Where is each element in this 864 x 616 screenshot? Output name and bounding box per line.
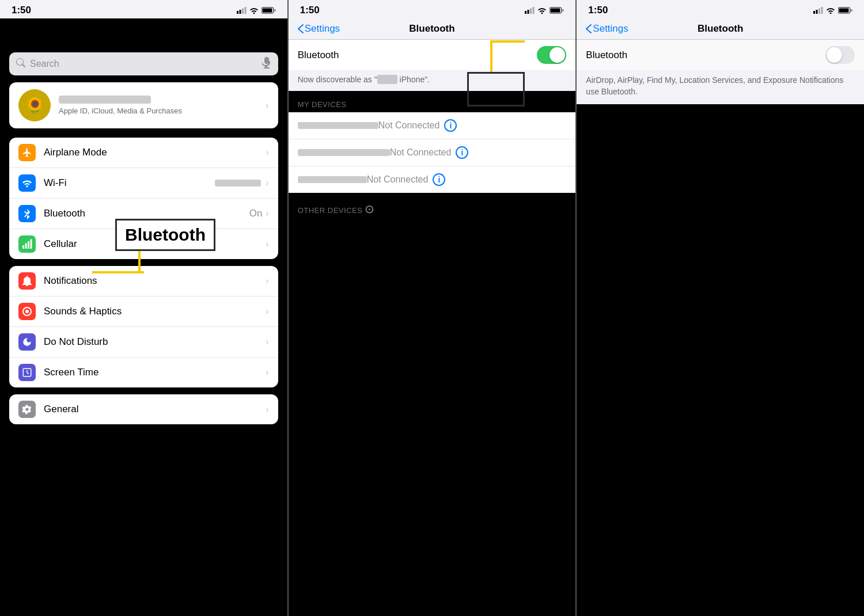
device-info-btn-3[interactable]: i (433, 173, 445, 186)
bluetooth-off-panel: 1:50 Settings Bluetooth Bluetooth AirDro… (577, 0, 864, 616)
status-icons-2 (525, 7, 564, 14)
settings-panel: 1:50 Settings Search 🌻 Apple ID, iCloud,… (0, 0, 289, 616)
svg-rect-15 (528, 10, 529, 14)
svg-rect-10 (31, 239, 32, 249)
bluetooth-label: Bluetooth (44, 208, 249, 219)
device-row-3[interactable]: Not Connected i (289, 166, 576, 193)
svg-rect-17 (533, 7, 535, 14)
device-status-3: Not Connected (367, 174, 429, 185)
donotdisturb-label: Do Not Disturb (44, 336, 266, 348)
connectivity-group: Airplane Mode › Wi-Fi › Bluetooth On › (9, 138, 278, 259)
svg-rect-27 (851, 9, 852, 12)
device-name-2 (298, 149, 390, 156)
general-chevron: › (266, 404, 268, 415)
search-bar[interactable]: Search (9, 52, 278, 75)
general-icon (18, 401, 36, 418)
svg-rect-3 (244, 7, 246, 14)
discoverable-pre: Now discoverable as " (298, 75, 377, 84)
screentime-row[interactable]: Screen Time › (9, 358, 278, 387)
notifications-label: Notifications (44, 275, 266, 287)
home-bar-2 (395, 228, 469, 231)
bluetooth-toggle-off[interactable] (825, 46, 855, 64)
signal-icon-2 (525, 7, 535, 14)
discoverable-post: iPhone". (397, 75, 430, 84)
cellular-chevron: › (266, 239, 268, 249)
donotdisturb-row[interactable]: Do Not Disturb › (9, 327, 278, 358)
cellular-row[interactable]: Cellular › (9, 229, 278, 259)
discoverable-text: Now discoverable as " iPhone". (289, 70, 576, 91)
notifications-chevron: › (266, 276, 268, 286)
general-row[interactable]: General › (9, 394, 278, 424)
battery-icon-3 (838, 7, 852, 14)
back-button-3[interactable]: Settings (586, 23, 628, 35)
bluetooth-row[interactable]: Bluetooth On › (9, 199, 278, 229)
svg-rect-9 (28, 241, 29, 249)
signal-icon-3 (813, 7, 823, 14)
status-time-1: 1:50 (12, 5, 31, 16)
avatar: 🌻 (18, 89, 51, 121)
spinner-icon: ⊙ (365, 202, 375, 216)
device-info-btn-2[interactable]: i (456, 146, 468, 159)
svg-rect-23 (818, 9, 820, 14)
home-bar-3 (683, 605, 758, 608)
settings-title: Settings (0, 18, 287, 50)
status-icons-3 (813, 7, 852, 14)
bluetooth-toggle-row[interactable]: Bluetooth (289, 40, 576, 70)
airplane-chevron: › (266, 147, 268, 158)
svg-rect-20 (562, 9, 564, 12)
airplane-icon (18, 144, 36, 161)
svg-rect-19 (551, 9, 560, 13)
svg-rect-0 (237, 11, 238, 14)
bluetooth-icon (18, 205, 36, 222)
back-button-2[interactable]: Settings (298, 23, 340, 35)
profile-row[interactable]: 🌻 Apple ID, iCloud, Media & Purchases › (9, 82, 278, 128)
svg-rect-6 (274, 9, 276, 12)
status-time-3: 1:50 (588, 5, 608, 16)
general-group: General › (9, 394, 278, 424)
device-name-1 (298, 122, 378, 129)
donotdisturb-icon (18, 333, 36, 351)
svg-rect-5 (262, 9, 272, 13)
other-devices-text: OTHER DEVICES (298, 206, 363, 215)
wifi-icon (249, 7, 259, 14)
wifi-row[interactable]: Wi-Fi › (9, 168, 278, 199)
bt-off-description: AirDrop, AirPlay, Find My, Location Serv… (577, 70, 864, 104)
device-status-1: Not Connected (378, 120, 440, 131)
sounds-icon (18, 303, 36, 320)
airplane-mode-row[interactable]: Airplane Mode › (9, 138, 278, 168)
search-placeholder: Search (30, 59, 257, 69)
profile-chevron: › (266, 100, 269, 112)
toggle-knob-off (827, 47, 842, 63)
status-time-2: 1:50 (300, 5, 320, 16)
bt-toggle-label-off: Bluetooth (586, 50, 825, 61)
device-row-1[interactable]: Not Connected i (289, 112, 576, 139)
cellular-icon (18, 235, 36, 253)
bluetooth-toggle-row-off[interactable]: Bluetooth (577, 40, 864, 70)
status-bar-2: 1:50 (289, 0, 576, 18)
sounds-row[interactable]: Sounds & Haptics › (9, 296, 278, 327)
sounds-label: Sounds & Haptics (44, 306, 266, 317)
svg-rect-7 (22, 245, 24, 249)
bt-toggle-label: Bluetooth (298, 50, 537, 61)
home-indicator-1 (0, 431, 287, 451)
nav-header-2: Settings Bluetooth (289, 18, 576, 39)
wifi-icon-2 (537, 7, 547, 14)
bluetooth-toggle-on[interactable] (537, 46, 566, 64)
my-devices-header: MY DEVICES (289, 91, 576, 112)
airplane-label: Airplane Mode (44, 147, 266, 158)
svg-rect-24 (821, 7, 823, 14)
status-bar-1: 1:50 (0, 0, 287, 18)
svg-rect-26 (839, 9, 849, 13)
svg-rect-1 (239, 10, 241, 14)
wifi-icon-settings (18, 174, 36, 192)
wifi-chevron: › (266, 178, 268, 188)
svg-rect-16 (530, 9, 532, 14)
screentime-chevron: › (266, 367, 268, 378)
device-row-2[interactable]: Not Connected i (289, 139, 576, 166)
donotdisturb-chevron: › (266, 337, 268, 347)
status-icons-1 (237, 7, 276, 14)
devices-list: Not Connected i Not Connected i Not Conn… (289, 112, 576, 193)
device-info-btn-1[interactable]: i (444, 119, 457, 132)
notifications-row[interactable]: Notifications › (9, 266, 278, 296)
device-name-3 (298, 176, 367, 183)
